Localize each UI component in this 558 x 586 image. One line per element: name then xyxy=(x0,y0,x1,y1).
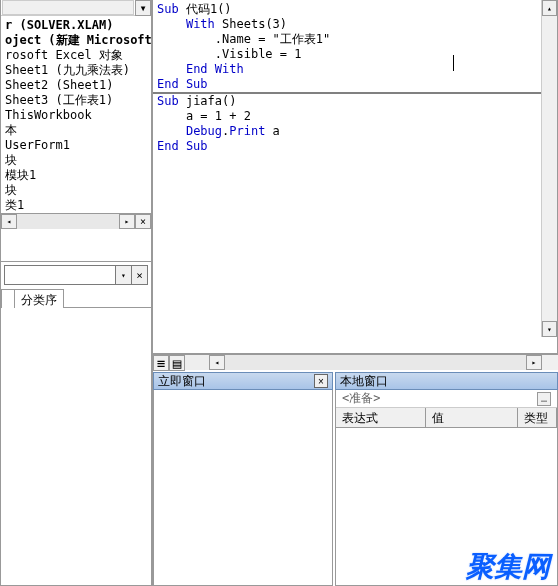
col-value[interactable]: 值 xyxy=(426,408,518,427)
code-editor[interactable]: Sub 代码1() With Sheets(3) .Name = "工作表1" … xyxy=(153,0,558,354)
tree-item[interactable]: Sheet2 (Sheet1) xyxy=(1,78,151,93)
tree-item[interactable]: 模块1 xyxy=(1,168,151,183)
code-line[interactable]: .Name = "工作表1" xyxy=(157,32,553,47)
tree-item[interactable]: 块 xyxy=(1,183,151,198)
code-line[interactable]: a = 1 + 2 xyxy=(157,109,553,124)
watermark-logo: 聚集网 xyxy=(466,548,550,586)
code-scroll-v[interactable]: ▴ ▾ xyxy=(541,0,557,337)
col-expression[interactable]: 表达式 xyxy=(336,408,426,427)
close-btn[interactable]: × xyxy=(135,214,151,229)
immediate-window: 立即窗口 × xyxy=(153,372,333,586)
code-line[interactable]: End Sub xyxy=(157,139,553,154)
scroll-down-icon[interactable]: ▾ xyxy=(542,321,557,337)
props-tab-categorized[interactable]: 分类序 xyxy=(14,289,64,308)
tree-item[interactable]: UserForm1 xyxy=(1,138,151,153)
immediate-title-bar[interactable]: 立即窗口 × xyxy=(153,372,333,390)
code-line[interactable]: End Sub xyxy=(157,77,553,92)
immediate-title: 立即窗口 xyxy=(158,373,314,390)
tree-item[interactable]: Sheet3 (工作表1) xyxy=(1,93,151,108)
tree-item[interactable]: r (SOLVER.XLAM) xyxy=(1,18,151,33)
chevron-down-icon: ▾ xyxy=(139,1,146,15)
more-icon[interactable]: … xyxy=(537,392,551,406)
project-explorer: ▾ r (SOLVER.XLAM)oject (新建 Microsoftroso… xyxy=(0,0,152,262)
chevron-down-icon[interactable]: ▾ xyxy=(115,266,131,284)
tree-item[interactable]: oject (新建 Microsoft xyxy=(1,33,151,48)
locals-title: 本地窗口 xyxy=(340,373,553,390)
scroll-left-btn[interactable]: ◂ xyxy=(1,214,17,229)
code-line[interactable]: .Visible = 1 xyxy=(157,47,553,62)
scroll-track[interactable] xyxy=(17,214,119,229)
code-line[interactable]: Sub jiafa() xyxy=(157,94,553,109)
scroll-left-icon[interactable]: ◂ xyxy=(209,355,225,370)
tree-item[interactable]: ThisWorkbook xyxy=(1,108,151,123)
proj-dropdown-btn[interactable]: ▾ xyxy=(135,0,151,16)
tree-item[interactable]: rosoft Excel 对象 xyxy=(1,48,151,63)
props-body[interactable] xyxy=(1,308,151,585)
locals-context[interactable]: <准备> … xyxy=(336,390,557,408)
code-line[interactable]: End With xyxy=(157,62,553,77)
close-icon[interactable]: × xyxy=(314,374,328,388)
left-pane: ▾ r (SOLVER.XLAM)oject (新建 Microsoftroso… xyxy=(0,0,153,586)
code-line[interactable]: Debug.Print a xyxy=(157,124,553,139)
locals-headers: 表达式 值 类型 xyxy=(336,408,557,428)
properties-pane: ▾ × 分类序 xyxy=(0,262,152,586)
code-scroll-h[interactable]: ◂ ▸ xyxy=(209,355,542,370)
immediate-body[interactable] xyxy=(153,390,333,586)
locals-ready-text: <准备> xyxy=(342,390,380,407)
scroll-right-icon[interactable]: ▸ xyxy=(526,355,542,370)
props-object-dropdown[interactable]: ▾ × xyxy=(4,265,148,285)
tree-item[interactable]: 块 xyxy=(1,153,151,168)
scroll-up-icon[interactable]: ▴ xyxy=(542,0,557,16)
locals-title-bar[interactable]: 本地窗口 xyxy=(335,372,558,390)
proj-scroll-h[interactable] xyxy=(2,0,134,15)
close-icon[interactable]: × xyxy=(131,266,147,284)
tree-item[interactable]: 类1 xyxy=(1,198,151,213)
code-line[interactable]: Sub 代码1() xyxy=(157,2,553,17)
full-view-btn[interactable]: ▤ xyxy=(169,355,185,371)
code-line[interactable]: With Sheets(3) xyxy=(157,17,553,32)
col-type[interactable]: 类型 xyxy=(518,408,557,427)
right-pane: Sub 代码1() With Sheets(3) .Name = "工作表1" … xyxy=(153,0,558,586)
code-bottom-bar: ≡ ▤ ◂ ▸ xyxy=(153,354,558,370)
project-tree-body[interactable]: r (SOLVER.XLAM)oject (新建 Microsoftrosoft… xyxy=(1,16,151,213)
props-tabs: 分类序 xyxy=(1,288,151,308)
tree-item[interactable]: Sheet1 (九九乘法表) xyxy=(1,63,151,78)
text-cursor xyxy=(453,55,454,71)
scroll-right-btn[interactable]: ▸ xyxy=(119,214,135,229)
props-tab-alpha[interactable] xyxy=(1,289,15,308)
tree-item[interactable]: 本 xyxy=(1,123,151,138)
proc-view-btn[interactable]: ≡ xyxy=(153,355,169,371)
